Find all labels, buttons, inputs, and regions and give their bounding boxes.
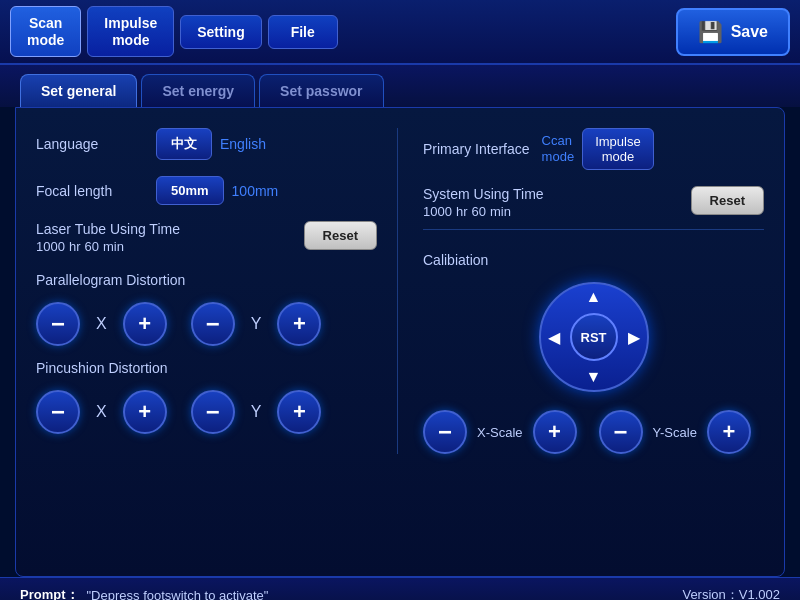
system-min-value: 60: [471, 204, 485, 219]
focal-50-button[interactable]: 50mm: [156, 176, 224, 205]
laser-reset-button[interactable]: Reset: [304, 221, 377, 250]
x-scale-minus[interactable]: −: [423, 410, 467, 454]
parallelogram-x-axis: X: [96, 315, 107, 333]
file-button[interactable]: File: [268, 15, 338, 49]
dpad-right-button[interactable]: ▶: [623, 326, 645, 348]
left-column: Language 中文 English Focal length 50mm 10…: [36, 128, 398, 454]
pincushion-y-plus[interactable]: +: [277, 390, 321, 434]
pincushion-x-plus[interactable]: +: [123, 390, 167, 434]
parallelogram-x-minus[interactable]: −: [36, 302, 80, 346]
laser-hr-value: 1000: [36, 239, 65, 254]
prompt-text: "Depress footswitch to activate": [87, 588, 269, 601]
system-reset-button[interactable]: Reset: [691, 186, 764, 215]
impulse-mode-button-interface[interactable]: Impulsemode: [582, 128, 654, 170]
setting-button[interactable]: Setting: [180, 15, 261, 49]
save-icon: 💾: [698, 20, 723, 44]
laser-min-unit: min: [103, 239, 124, 254]
language-zh-button[interactable]: 中文: [156, 128, 212, 160]
tab-general[interactable]: Set general: [20, 74, 137, 107]
dpad-down-button[interactable]: ▼: [583, 366, 605, 388]
system-hr-value: 1000: [423, 204, 452, 219]
tab-energy[interactable]: Set energy: [141, 74, 255, 107]
dpad-container: ▲ ▼ ◀ ▶ RST: [423, 282, 764, 392]
status-bar: Prompt： "Depress footswitch to activate"…: [0, 577, 800, 600]
laser-time-row: 1000 hr 60 min: [36, 239, 304, 254]
parallelogram-y-plus[interactable]: +: [277, 302, 321, 346]
parallelogram-y-minus[interactable]: −: [191, 302, 235, 346]
dpad-left-button[interactable]: ◀: [543, 326, 565, 348]
laser-tube-label: Laser Tube Using Time: [36, 221, 304, 237]
tab-password[interactable]: Set passwor: [259, 74, 383, 107]
save-button[interactable]: 💾 Save: [676, 8, 790, 56]
parallelogram-x-plus[interactable]: +: [123, 302, 167, 346]
header: Scan mode Impulse mode Setting File 💾 Sa…: [0, 0, 800, 65]
pincushion-y-minus[interactable]: −: [191, 390, 235, 434]
calibration-section: Calibiation ▲ ▼ ◀ ▶ RST − X-Scale: [423, 252, 764, 454]
language-row: Language 中文 English: [36, 128, 377, 160]
version-text: Version：V1.002: [682, 586, 780, 600]
parallelogram-y-axis: Y: [251, 315, 262, 333]
laser-tube-section: Laser Tube Using Time 1000 hr 60 min Res…: [36, 221, 377, 254]
language-en-text[interactable]: English: [220, 136, 266, 152]
pincushion-y-axis: Y: [251, 403, 262, 421]
y-scale-minus[interactable]: −: [599, 410, 643, 454]
system-using-label: System Using Time: [423, 186, 691, 202]
scan-mode-button[interactable]: Scan mode: [10, 6, 81, 58]
primary-interface-row: Primary Interface Ccan mode Impulsemode: [423, 128, 764, 170]
laser-hr-unit: hr: [69, 239, 81, 254]
main-panel: Language 中文 English Focal length 50mm 10…: [15, 107, 785, 577]
pincushion-x-minus[interactable]: −: [36, 390, 80, 434]
scale-row: − X-Scale + − Y-Scale +: [423, 410, 764, 454]
tabs-bar: Set general Set energy Set passwor: [0, 65, 800, 107]
impulse-mode-button[interactable]: Impulse mode: [87, 6, 174, 58]
parallelogram-section: Parallelogram Distortion − X + − Y +: [36, 272, 377, 346]
focal-label: Focal length: [36, 183, 156, 199]
system-min-unit: min: [490, 204, 511, 219]
language-label: Language: [36, 136, 156, 152]
ccan-mode-text[interactable]: Ccan mode: [542, 133, 575, 164]
dpad-up-button[interactable]: ▲: [583, 286, 605, 308]
system-hr-unit: hr: [456, 204, 468, 219]
x-scale-label: X-Scale: [477, 425, 523, 440]
dpad: ▲ ▼ ◀ ▶ RST: [539, 282, 649, 392]
dpad-rst-button[interactable]: RST: [570, 313, 618, 361]
prompt-label: Prompt：: [20, 586, 79, 600]
interface-toggle: Ccan mode Impulsemode: [542, 128, 654, 170]
focal-row: Focal length 50mm 100mm: [36, 176, 377, 205]
system-time-row: 1000 hr 60 min: [423, 204, 691, 219]
pincushion-label: Pincushion Distortion: [36, 360, 377, 376]
focal-100-text[interactable]: 100mm: [232, 183, 279, 199]
laser-min-value: 60: [84, 239, 98, 254]
parallelogram-label: Parallelogram Distortion: [36, 272, 377, 288]
primary-interface-label: Primary Interface: [423, 141, 530, 157]
pincushion-x-row: − X + − Y +: [36, 390, 377, 434]
system-time-section: System Using Time 1000 hr 60 min Reset: [423, 186, 764, 230]
x-scale-plus[interactable]: +: [533, 410, 577, 454]
y-scale-plus[interactable]: +: [707, 410, 751, 454]
calibration-label: Calibiation: [423, 252, 764, 268]
pincushion-section: Pincushion Distortion − X + − Y +: [36, 360, 377, 434]
right-column: Primary Interface Ccan mode Impulsemode …: [398, 128, 764, 454]
parallelogram-x-row: − X + − Y +: [36, 302, 377, 346]
pincushion-x-axis: X: [96, 403, 107, 421]
y-scale-label: Y-Scale: [653, 425, 697, 440]
